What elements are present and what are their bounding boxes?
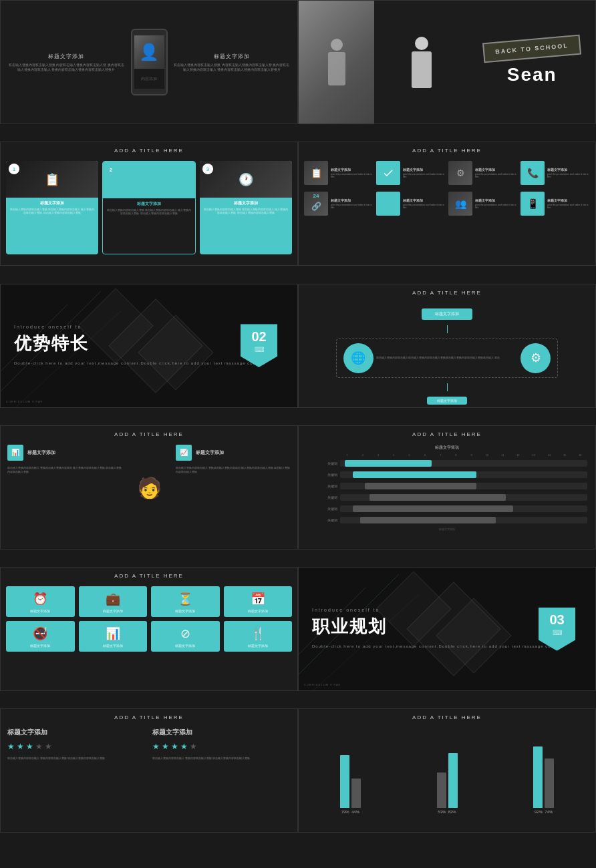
right-icon-glyph: 📈	[180, 449, 188, 456]
gantt-row-4: 关键词	[307, 504, 587, 513]
icon-tile-7-label: 标题文字添加	[248, 644, 268, 648]
star-4: ★	[35, 742, 43, 751]
icon-cell-5-title: 标题文字添加	[403, 198, 446, 202]
gantt-row-3: 关键词	[307, 493, 587, 502]
gantt-track-5	[340, 517, 587, 523]
star-1: ★	[7, 742, 15, 751]
slide-person-main	[374, 1, 468, 124]
bar-group-3-labels: 92% 74%	[535, 809, 553, 815]
m11: 11	[496, 453, 510, 457]
bar-group-2-labels: 53% 82%	[438, 809, 456, 815]
bar-1a-val: 79%	[341, 810, 349, 814]
slide-3-title: ADD A TITLE HERE	[1, 148, 297, 154]
m4: 4	[387, 453, 401, 457]
icon-cell-1-text: 标题文字添加 print the presentation and make i…	[403, 168, 446, 179]
icon-tile-5-label: 标题文字添加	[103, 644, 123, 648]
m9: 9	[464, 453, 478, 457]
bar-pair-3	[533, 746, 554, 808]
flow-bottom-label: 标题文字添加	[427, 397, 467, 405]
bar-pair-2	[437, 753, 458, 808]
icon-cell-6-title: 标题文字添加	[475, 198, 518, 202]
m5: 5	[402, 453, 416, 457]
icon-cell-3-title: 标题文字添加	[547, 168, 590, 172]
m13: 13	[527, 453, 541, 457]
star-3: ★	[26, 742, 33, 751]
icon-box-teal-7: 📱	[520, 192, 545, 216]
bar-2b	[448, 753, 458, 808]
icon-box-0: 📋	[304, 161, 328, 185]
star-9: ★	[180, 742, 188, 751]
bar-3b-val: 74%	[545, 810, 553, 814]
icon-tile-6-icon: ⊘	[180, 626, 190, 641]
icon-cell-5-text: 标题文字添加 print the presentation and make i…	[403, 198, 446, 210]
icon-box-teal-1	[376, 161, 400, 185]
icon-cell-7-text: 标题文字添加 print the presentation and make i…	[547, 198, 590, 210]
bar-group-3: 92% 74%	[498, 746, 589, 815]
intro-small-2: Introduce oneself to	[312, 608, 380, 612]
icon-cell-2-text: 标题文字添加 print the presentation and make i…	[475, 168, 518, 179]
icon-tile-4: 🚭 标题文字添加	[6, 621, 75, 652]
slide-4-title: ADD A TITLE HERE	[299, 148, 595, 154]
icon-tile-3: 📅 标题文字添加	[224, 586, 293, 617]
join-us-text: Join us	[138, 177, 160, 184]
intro-small-text: Introduce oneself to	[14, 324, 82, 329]
gantt-bar-4	[353, 505, 514, 512]
left-icon: 📊	[7, 445, 23, 461]
right-col-body: 双击输入替换内容双击输入 替换双击输入替换内容双击 输入替换内容双击输入替换 双…	[176, 466, 291, 474]
icon-cell-1-title: 标题文字添加	[403, 168, 446, 172]
flow-circle-left: 🌐	[343, 343, 374, 373]
flow-line-1	[447, 325, 448, 333]
back-to-school-badge: BACK TO SCHOOL	[482, 35, 581, 63]
join-us-small: Join us	[381, 202, 395, 206]
right-big-body: 双击输入替换内容双击输入 替换内容双击输入替换 双击输入替换内容双击输入替换	[152, 756, 291, 761]
bar-3a	[533, 746, 543, 808]
icon-tile-6-label: 标题文字添加	[175, 644, 195, 648]
icon-cell-2-title: 标题文字添加	[475, 168, 518, 172]
badge-number: 02	[251, 329, 266, 343]
stars-row-2: ★ ★ ★ ★ ★	[152, 742, 291, 751]
star-2: ★	[17, 742, 24, 751]
slide-7-title: ADD A TITLE HERE	[1, 431, 297, 437]
slide-8-icon-grid: ADD A TITLE HERE ⏰ 标题文字添加 💼 标题文字添加 ⏳ 标题文…	[0, 567, 298, 691]
card-3-text: 标题文字添加 双击输入替换内容双击输入替换 双击输入替换内容双击输入 输入替换内…	[200, 198, 292, 254]
icon-cell-2-body: print the presentation and make it into …	[475, 173, 518, 179]
bar-group-2: 53% 82%	[402, 753, 492, 815]
gantt-chart-title: 标题文字简说	[307, 445, 587, 451]
m2: 2	[355, 453, 369, 457]
m12: 12	[511, 453, 525, 457]
icon-cell-6-text: 标题文字添加 print the presentation and make i…	[475, 198, 518, 210]
slide-icon-grid-4: ADD A TITLE HERE 📋 标题文字添加 print the pres…	[298, 142, 596, 266]
left-big-body: 双击输入替换内容双击输入 替换内容双击输入替换 双击输入替换内容双击输入替换	[7, 756, 146, 761]
icon-tile-3-label: 标题文字添加	[248, 609, 268, 613]
person-name: Sean	[507, 64, 557, 85]
icon-tile-2-icon: ⏳	[178, 592, 192, 606]
stars-row: ★ ★ ★ ★ ★	[7, 742, 146, 751]
icon-cell-7-title: 标题文字添加	[547, 198, 590, 202]
icon-box-teal-3: 📞	[520, 161, 545, 185]
card-1-body: 双击输入替换内容双击输入替换 双击输入替换内容双击输入 输入替换内容双击输入替换…	[9, 208, 96, 214]
icon-cell-6: 👥 标题文字添加 print the presentation and make…	[448, 192, 518, 216]
m6: 6	[418, 453, 432, 457]
card-1-text: 标题文字添加 双击输入替换内容双击输入替换 双击输入替换内容双击输入 输入替换内…	[6, 198, 98, 254]
star-6: ★	[152, 742, 160, 751]
bar-group-1-labels: 79% 44%	[341, 809, 359, 815]
bar-2b-val: 82%	[448, 810, 456, 814]
right-body: 双击输入替换内容双击输入替换 内容双击输入替换内容双击输入替 换内容双击输入替换…	[173, 63, 291, 72]
intro-large-2: 职业规划	[312, 615, 387, 638]
slide-11-title: ADD A TITLE HERE	[1, 714, 297, 720]
left-title: 标题文字添加	[7, 53, 126, 60]
right-big-title: 标题文字添加	[152, 728, 291, 737]
icon-tile-2: ⏳ 标题文字添加	[151, 586, 220, 617]
cards-row: 1 📋 标题文字添加 双击输入替换内容双击输入替换 双击输入替换内容双击输入 输…	[6, 161, 292, 254]
star-10: ★	[190, 742, 197, 751]
bar-pair-1	[340, 755, 361, 808]
card-3-img: 🕐	[200, 161, 292, 198]
bar-2a	[437, 773, 446, 808]
bar-1a	[340, 755, 349, 808]
icon-cell-0: 📋 标题文字添加 print the presentation and make…	[304, 161, 374, 185]
right-col-title: 标题文字添加	[196, 449, 224, 456]
icon-tile-2-label: 标题文字添加	[175, 609, 195, 613]
icon-tile-1: 💼 标题文字添加	[79, 586, 148, 617]
text-col-left: 📊 标题文字添加 双击输入替换内容双击输入 替换双击输入替换内容双击 输入替换内…	[7, 445, 122, 531]
card-2: 2 Join us 标题文字添加 双击输入替换内容双击输入替换 双击输入替换内容…	[102, 161, 196, 254]
